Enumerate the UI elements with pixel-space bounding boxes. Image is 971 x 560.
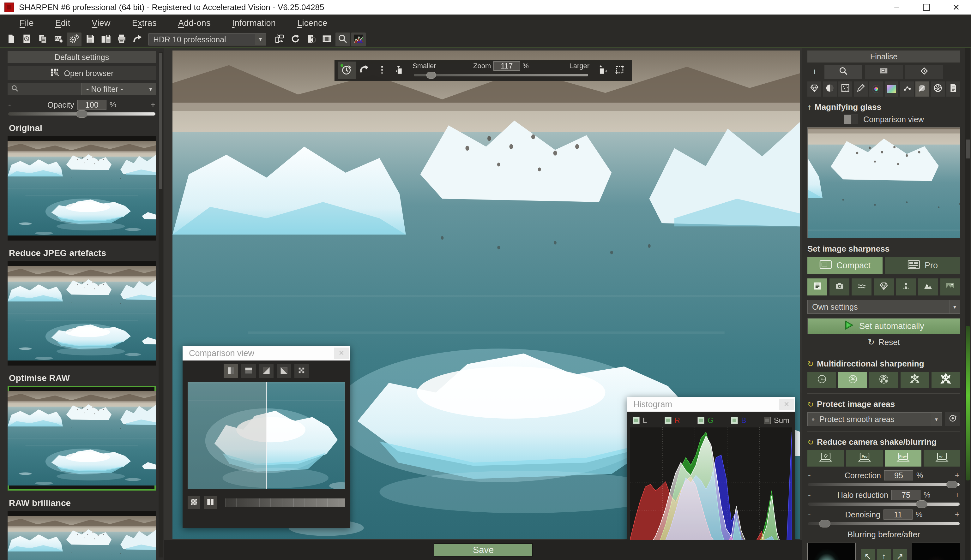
↖-button[interactable]: ↖ (861, 549, 875, 560)
dir-2-button[interactable] (838, 372, 867, 388)
laptop-pro-plus-button[interactable]: Pro+ (885, 450, 922, 467)
own-settings-dropdown[interactable]: Own settings ▼ (807, 300, 960, 314)
menu-add-ons[interactable]: Add-ons (167, 17, 221, 30)
aperture-button[interactable] (931, 82, 945, 97)
preset-thumbnail[interactable] (8, 261, 156, 365)
menu-file[interactable]: File (9, 17, 45, 30)
legend-r[interactable]: R (665, 416, 680, 425)
checker-preview-button[interactable] (188, 496, 200, 509)
open-browser-button[interactable]: Open browser (8, 66, 156, 80)
dir-5-button[interactable] (931, 372, 960, 388)
legend-b[interactable]: B (731, 416, 746, 425)
close-button[interactable]: ✕ (941, 0, 971, 15)
split-divider[interactable] (266, 382, 267, 489)
doc-restore-button[interactable] (304, 33, 318, 47)
slider-decrease[interactable]: - (808, 510, 811, 519)
slider-handle[interactable] (916, 500, 928, 508)
split-grid-button[interactable] (294, 364, 309, 378)
camera-button[interactable] (829, 278, 849, 295)
slider-handle[interactable] (946, 481, 958, 488)
rotate-button[interactable] (288, 33, 302, 47)
slider-handle[interactable] (76, 110, 87, 118)
protect-areas-dropdown[interactable]: ● Protect smooth areas ▼ (807, 412, 942, 426)
dir-4-button[interactable] (901, 372, 929, 388)
doc-report-button[interactable] (946, 82, 960, 97)
filter-dropdown[interactable]: - No filter - ▼ (82, 83, 156, 95)
preview-mask-button[interactable] (945, 412, 960, 426)
color-cube-button[interactable] (885, 82, 899, 97)
copy-document-button[interactable] (35, 33, 50, 47)
preset-raw-brilliance[interactable]: RAW brilliance (8, 498, 156, 560)
export-share-button[interactable] (130, 33, 145, 47)
print-button[interactable] (114, 33, 129, 47)
close-icon[interactable]: ✕ (334, 348, 349, 359)
left-scrollbar[interactable] (159, 52, 163, 557)
laptop-pro-button[interactable]: Pro (846, 450, 883, 467)
↑-button[interactable]: ↑ (877, 549, 891, 560)
comparison-panel-titlebar[interactable]: Comparison view ✕ (182, 346, 350, 360)
slider-increase[interactable]: + (955, 470, 959, 480)
slider-increase[interactable]: + (955, 490, 959, 500)
comparison-position-strip[interactable] (225, 498, 345, 507)
legend-sum[interactable]: Sum (764, 416, 789, 425)
checkbox-icon[interactable] (633, 417, 640, 424)
gears-button[interactable] (67, 33, 82, 47)
comparison-view-toggle[interactable]: Comparison view (807, 115, 960, 124)
statue-button[interactable] (896, 278, 916, 295)
add-tab-button[interactable]: + (807, 65, 822, 79)
preset-reduce-jpeg-artefacts[interactable]: Reduce JPEG artefacts (8, 248, 156, 365)
menu-licence[interactable]: Licence (286, 17, 338, 30)
crop-rotate-button[interactable] (611, 62, 628, 79)
layout-columns-button[interactable] (320, 33, 334, 47)
↗-button[interactable]: ↗ (893, 549, 907, 560)
mountains-button[interactable] (918, 278, 938, 295)
gem-button[interactable] (807, 82, 821, 97)
preset-original[interactable]: Original (8, 123, 156, 240)
preset-thumbnail[interactable] (8, 511, 156, 560)
dir-3-button[interactable] (869, 372, 898, 388)
save-file-button[interactable] (83, 33, 97, 47)
slider-decrease[interactable]: - (808, 490, 811, 500)
landscape-button[interactable] (940, 278, 960, 295)
monitor-button[interactable] (865, 65, 903, 79)
zoom-out-step-button[interactable] (391, 62, 409, 79)
gem-button[interactable] (874, 278, 894, 295)
magnifier-divider[interactable] (875, 128, 875, 238)
redo-button[interactable] (356, 62, 373, 79)
color-wheel-button[interactable] (869, 82, 883, 97)
pen-tool-button[interactable] (854, 82, 868, 97)
close-icon[interactable]: ✕ (779, 399, 794, 410)
legend-l[interactable]: L (633, 416, 647, 425)
checkbox-icon[interactable] (764, 417, 771, 424)
node-graph-button[interactable] (900, 82, 914, 97)
waves-button[interactable] (852, 278, 871, 295)
history-document-button[interactable] (20, 33, 34, 47)
zoom-slider[interactable] (414, 74, 588, 77)
maximize-button[interactable] (912, 0, 941, 15)
histogram-mini-button[interactable] (351, 33, 366, 47)
zoom-in-step-button[interactable] (593, 62, 611, 79)
magnifying-glass-section[interactable]: ↑ Magnifying glass (807, 102, 960, 112)
reset-button[interactable]: ↻ Reset (807, 337, 960, 348)
device-sync-button[interactable] (272, 33, 287, 47)
split-diagonal-down-button[interactable] (277, 364, 291, 378)
noise-dots-button[interactable] (838, 82, 852, 97)
right-scrollbar[interactable] (965, 48, 970, 560)
slider-value-field[interactable]: 95 (884, 470, 913, 480)
slider-value-field[interactable]: 100 (77, 100, 107, 110)
slider-decrease[interactable]: - (8, 100, 11, 110)
save-all-button[interactable] (99, 33, 113, 47)
slider-decrease[interactable]: - (808, 470, 811, 480)
remove-tab-button[interactable]: − (946, 65, 960, 79)
histogram-panel-titlebar[interactable]: Histogram ✕ (627, 397, 795, 412)
laptop-infinity-button[interactable]: ∞ (924, 450, 960, 467)
dots-vertical-button[interactable] (373, 62, 391, 79)
save-button[interactable]: Save (434, 543, 533, 557)
contrast-half-button[interactable] (823, 82, 837, 97)
zoom-value-field[interactable]: 117 (493, 61, 520, 71)
slider-track[interactable] (808, 522, 959, 525)
doc-text-button[interactable] (807, 278, 827, 295)
minimize-button[interactable]: – (882, 0, 912, 15)
compact-tab[interactable]: Compact (807, 257, 882, 274)
split-preview-button[interactable] (204, 496, 217, 509)
